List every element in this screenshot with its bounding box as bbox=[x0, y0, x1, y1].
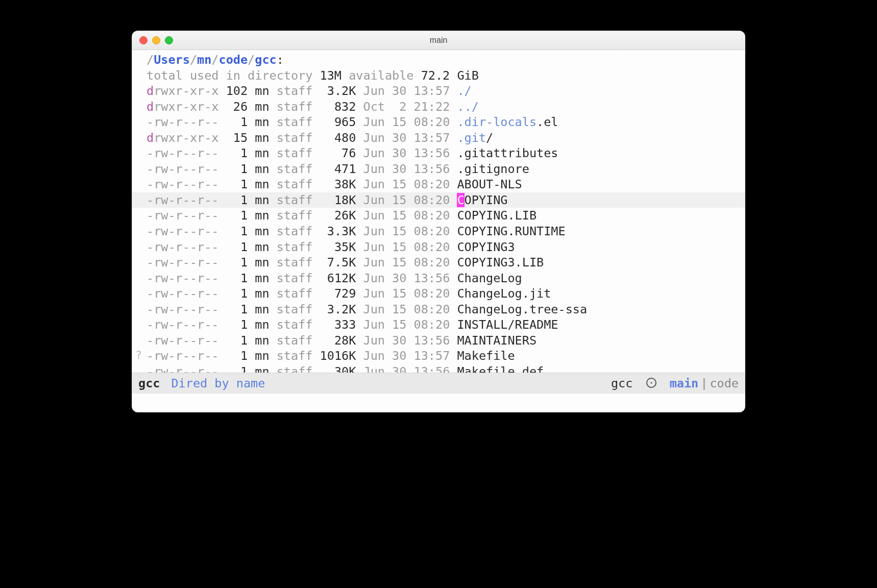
dired-entry[interactable]: -rw-r--r-- 1 mn staff 333 Jun 15 08:20 I… bbox=[132, 317, 745, 333]
modeline-project: gcc bbox=[611, 376, 632, 390]
dired-entry[interactable]: -rw-r--r-- 1 mn staff 35K Jun 15 08:20 C… bbox=[132, 239, 745, 255]
file-name[interactable]: INSTALL/README bbox=[457, 317, 558, 332]
titlebar[interactable]: main bbox=[132, 31, 745, 50]
file-name[interactable]: ChangeLog.tree-ssa bbox=[457, 302, 587, 316]
modeline-context: code bbox=[710, 376, 739, 390]
modeline-vcs: gcc main | code bbox=[611, 376, 739, 390]
file-name[interactable]: .dir-locals bbox=[457, 115, 537, 129]
file-name[interactable]: ../ bbox=[457, 100, 478, 114]
dired-entry[interactable]: -rw-r--r-- 1 mn staff 965 Jun 15 08:20 .… bbox=[132, 114, 745, 130]
dired-path: /Users/mn/code/gcc: bbox=[132, 52, 745, 68]
path-segment[interactable]: Users bbox=[154, 53, 190, 67]
file-name[interactable]: ChangeLog bbox=[457, 271, 522, 285]
traffic-lights bbox=[139, 36, 173, 44]
dired-entry[interactable]: -rw-r--r-- 1 mn staff 38K Jun 15 08:20 A… bbox=[132, 177, 745, 192]
file-name[interactable]: ./ bbox=[457, 84, 471, 98]
cursor: C bbox=[457, 193, 464, 207]
dired-entry[interactable]: -rw-r--r-- 1 mn staff 26K Jun 15 08:20 C… bbox=[132, 208, 745, 224]
echo-area[interactable] bbox=[132, 394, 745, 412]
file-name[interactable]: COPYING.LIB bbox=[457, 208, 537, 223]
dired-entry[interactable]: -rw-r--r-- 1 mn staff 471 Jun 30 13:56 .… bbox=[132, 161, 745, 177]
file-name[interactable]: MAINTAINERS bbox=[457, 333, 537, 348]
dired-entry[interactable]: -rw-r--r-- 1 mn staff 76 Jun 30 13:56 .g… bbox=[132, 145, 745, 161]
minimize-icon[interactable] bbox=[152, 36, 160, 44]
dired-entry[interactable]: -rw-r--r-- 1 mn staff 729 Jun 15 08:20 C… bbox=[132, 286, 745, 302]
file-name[interactable]: .git bbox=[457, 131, 486, 145]
path-segment[interactable]: mn bbox=[197, 53, 211, 67]
file-name[interactable]: COPYING3 bbox=[457, 240, 515, 254]
dired-entry[interactable]: -rw-r--r-- 1 mn staff 612K Jun 30 13:56 … bbox=[132, 271, 745, 286]
path-segment[interactable]: code bbox=[219, 53, 248, 67]
modeline-separator: | bbox=[700, 376, 708, 390]
modeline-buffer-name[interactable]: gcc bbox=[138, 376, 160, 390]
file-name[interactable]: ChangeLog.jit bbox=[457, 286, 551, 301]
dired-entry[interactable]: -rw-r--r-- 1 mn staff 7.5K Jun 15 08:20 … bbox=[132, 255, 745, 271]
file-name[interactable]: ABOUT-NLS bbox=[457, 177, 522, 191]
dired-entry[interactable]: -rw-r--r-- 1 mn staff 30K Jun 30 13:56 M… bbox=[132, 364, 745, 373]
modeline-major-mode[interactable]: Dired by name bbox=[171, 376, 265, 390]
dired-entry[interactable]: -rw-r--r-- 1 mn staff 28K Jun 30 13:56 M… bbox=[132, 333, 745, 349]
file-name[interactable]: Makefile.def bbox=[457, 364, 544, 373]
dired-entry[interactable]: -rw-r--r-- 1 mn staff 3.3K Jun 15 08:20 … bbox=[132, 224, 745, 239]
file-name[interactable]: .gitignore bbox=[457, 162, 529, 176]
path-segment[interactable]: gcc bbox=[255, 53, 276, 67]
dired-entry[interactable]: drwxr-xr-x 15 mn staff 480 Jun 30 13:57 … bbox=[132, 130, 745, 146]
window-title: main bbox=[132, 36, 745, 45]
dired-entry[interactable]: drwxr-xr-x 26 mn staff 832 Oct 2 21:22 .… bbox=[132, 99, 745, 115]
zoom-icon[interactable] bbox=[165, 36, 173, 44]
vcs-icon bbox=[646, 378, 656, 388]
dired-entry[interactable]: -rw-r--r-- 1 mn staff 1016K Jun 30 13:57… bbox=[132, 348, 745, 364]
emacs-window: main /Users/mn/code/gcc:total used in di… bbox=[132, 31, 745, 412]
file-name[interactable]: COPYING.RUNTIME bbox=[457, 224, 565, 238]
fringe-indicator: ? bbox=[135, 348, 142, 363]
file-name[interactable]: .gitattributes bbox=[457, 146, 558, 160]
modeline-branch[interactable]: main bbox=[670, 376, 699, 390]
dired-buffer[interactable]: /Users/mn/code/gcc:total used in directo… bbox=[132, 50, 745, 373]
file-name[interactable]: Makefile bbox=[457, 349, 515, 363]
dired-entry[interactable]: drwxr-xr-x 102 mn staff 3.2K Jun 30 13:5… bbox=[132, 83, 745, 99]
dired-summary: total used in directory 13M available 72… bbox=[132, 68, 745, 84]
close-icon[interactable] bbox=[139, 36, 148, 44]
file-name[interactable]: COPYING3.LIB bbox=[457, 255, 544, 270]
modeline[interactable]: gcc Dired by name gcc main | code bbox=[132, 373, 745, 394]
dired-entry[interactable]: -rw-r--r-- 1 mn staff 18K Jun 15 08:20 C… bbox=[132, 192, 745, 208]
dired-entry[interactable]: -rw-r--r-- 1 mn staff 3.2K Jun 15 08:20 … bbox=[132, 302, 745, 317]
